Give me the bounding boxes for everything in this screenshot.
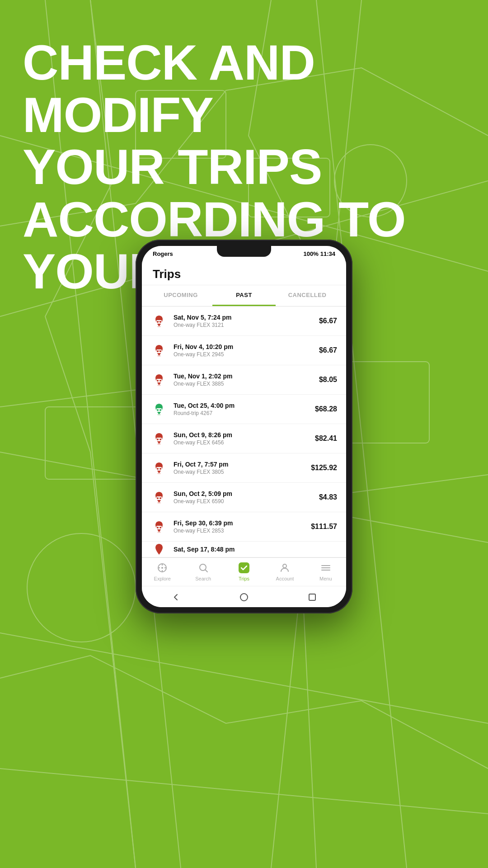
trip-details-2: Tue, Nov 1, 2:02 pm One-way FLEX 3885 bbox=[174, 373, 313, 387]
svg-rect-24 bbox=[157, 350, 161, 351]
trip-type-5: One-way FLEX 3805 bbox=[174, 469, 305, 475]
nav-explore-label: Explore bbox=[154, 576, 171, 581]
trip-date-5: Fri, Oct 7, 7:57 pm bbox=[174, 461, 305, 468]
trip-details-5: Fri, Oct 7, 7:57 pm One-way FLEX 3805 bbox=[174, 461, 305, 475]
svg-rect-57 bbox=[239, 562, 249, 573]
svg-point-28 bbox=[160, 380, 161, 382]
tab-past[interactable]: PAST bbox=[212, 285, 276, 306]
trip-icon-6 bbox=[151, 489, 167, 505]
trip-details-4: Sun, Oct 9, 8:26 pm One-way FLEX 6456 bbox=[174, 431, 309, 446]
trip-date-3: Tue, Oct 25, 4:00 pm bbox=[174, 402, 309, 409]
notch bbox=[217, 246, 271, 257]
svg-line-14 bbox=[0, 769, 488, 814]
table-row[interactable]: Fri, Sep 30, 6:39 pm One-way FLEX 2853 $… bbox=[142, 512, 346, 542]
trip-type-2: One-way FLEX 3885 bbox=[174, 381, 313, 387]
svg-point-50 bbox=[161, 567, 163, 569]
trip-details-0: Sat, Nov 5, 7:24 pm One-way FLEX 3121 bbox=[174, 314, 313, 328]
status-right: 100% 11:34 bbox=[304, 250, 336, 257]
page-title: Trips bbox=[153, 267, 335, 281]
nav-trips[interactable]: Trips bbox=[224, 561, 264, 581]
nav-search[interactable]: Search bbox=[183, 561, 223, 581]
trip-icon-5 bbox=[151, 460, 167, 476]
explore-icon bbox=[156, 561, 169, 574]
svg-point-48 bbox=[160, 527, 161, 528]
trip-type-7: One-way FLEX 2853 bbox=[174, 528, 305, 534]
back-button[interactable] bbox=[170, 592, 181, 603]
nav-account-label: Account bbox=[276, 576, 294, 581]
trip-date-2: Tue, Nov 1, 2:02 pm bbox=[174, 373, 313, 380]
trip-icon-8 bbox=[151, 542, 167, 557]
svg-line-56 bbox=[205, 570, 207, 572]
trip-details-1: Fri, Nov 4, 10:20 pm One-way FLEX 2945 bbox=[174, 343, 313, 358]
trip-price-4: $82.41 bbox=[315, 434, 337, 443]
svg-rect-63 bbox=[309, 594, 315, 600]
bottom-nav: Explore Search bbox=[142, 557, 346, 586]
trip-icon-0 bbox=[151, 313, 167, 329]
trip-details-8: Sat, Sep 17, 8:48 pm bbox=[174, 546, 337, 553]
table-row[interactable]: Sun, Oct 9, 8:26 pm One-way FLEX 6456 $8… bbox=[142, 424, 346, 453]
svg-point-39 bbox=[157, 468, 159, 470]
trip-date-1: Fri, Nov 4, 10:20 pm bbox=[174, 343, 313, 350]
svg-point-32 bbox=[160, 409, 161, 411]
trip-date-6: Sun, Oct 2, 5:09 pm bbox=[174, 490, 313, 497]
svg-point-62 bbox=[240, 594, 248, 601]
search-icon bbox=[197, 561, 210, 574]
trip-price-2: $8.05 bbox=[319, 376, 337, 384]
trip-icon-4 bbox=[151, 430, 167, 447]
trip-price-3: $68.28 bbox=[315, 405, 337, 413]
svg-point-43 bbox=[157, 497, 159, 499]
phone-mockup: Rogers 100% 11:34 Trips UPCOMING PAST CA… bbox=[136, 240, 352, 613]
nav-menu[interactable]: Menu bbox=[305, 561, 346, 581]
table-row[interactable]: Sun, Oct 2, 5:09 pm One-way FLEX 6590 $4… bbox=[142, 483, 346, 512]
svg-point-13 bbox=[27, 533, 136, 642]
svg-point-35 bbox=[157, 439, 159, 440]
tab-bar[interactable]: UPCOMING PAST CANCELLED bbox=[142, 285, 346, 307]
app-screen: Trips UPCOMING PAST CANCELLED bbox=[142, 260, 346, 607]
svg-point-36 bbox=[160, 439, 161, 440]
table-row[interactable]: Tue, Nov 1, 2:02 pm One-way FLEX 3885 $8… bbox=[142, 365, 346, 395]
table-row[interactable]: Sat, Sep 17, 8:48 pm bbox=[142, 542, 346, 557]
tab-upcoming[interactable]: UPCOMING bbox=[149, 285, 212, 306]
svg-point-47 bbox=[157, 527, 159, 528]
svg-point-31 bbox=[157, 409, 159, 411]
trip-type-4: One-way FLEX 6456 bbox=[174, 439, 309, 446]
trip-type-6: One-way FLEX 6590 bbox=[174, 498, 313, 505]
trip-date-8: Sat, Sep 17, 8:48 pm bbox=[174, 546, 337, 553]
battery-label: 100% bbox=[304, 250, 319, 257]
tab-cancelled[interactable]: CANCELLED bbox=[276, 285, 339, 306]
menu-icon bbox=[319, 561, 332, 574]
table-row[interactable]: Tue, Oct 25, 4:00 pm Round-trip 4267 $68… bbox=[142, 395, 346, 424]
account-icon bbox=[278, 561, 291, 574]
svg-point-44 bbox=[160, 497, 161, 499]
svg-line-5 bbox=[0, 633, 488, 723]
nav-explore[interactable]: Explore bbox=[142, 561, 183, 581]
android-nav-bar bbox=[142, 586, 346, 607]
table-row[interactable]: Sat, Nov 5, 7:24 pm One-way FLEX 3121 $6… bbox=[142, 307, 346, 336]
nav-trips-label: Trips bbox=[239, 576, 249, 581]
trip-price-6: $4.83 bbox=[319, 493, 337, 501]
trip-price-7: $111.57 bbox=[311, 523, 337, 531]
svg-point-40 bbox=[160, 468, 161, 470]
nav-menu-label: Menu bbox=[319, 576, 332, 581]
table-row[interactable]: Fri, Oct 7, 7:57 pm One-way FLEX 3805 $1… bbox=[142, 453, 346, 483]
trip-type-1: One-way FLEX 2945 bbox=[174, 351, 313, 358]
trip-type-0: One-way FLEX 3121 bbox=[174, 322, 313, 328]
trip-list: Sat, Nov 5, 7:24 pm One-way FLEX 3121 $6… bbox=[142, 307, 346, 557]
trip-icon-2 bbox=[151, 372, 167, 388]
trip-icon-1 bbox=[151, 342, 167, 359]
svg-point-27 bbox=[157, 380, 159, 382]
table-row[interactable]: Fri, Nov 4, 10:20 pm One-way FLEX 2945 $… bbox=[142, 336, 346, 365]
home-button[interactable] bbox=[239, 592, 249, 603]
trip-date-7: Fri, Sep 30, 6:39 pm bbox=[174, 519, 305, 527]
trip-icon-7 bbox=[151, 519, 167, 535]
recents-button[interactable] bbox=[307, 592, 318, 603]
trip-price-0: $6.67 bbox=[319, 317, 337, 325]
trip-date-0: Sat, Nov 5, 7:24 pm bbox=[174, 314, 313, 321]
trip-details-7: Fri, Sep 30, 6:39 pm One-way FLEX 2853 bbox=[174, 519, 305, 534]
svg-rect-19 bbox=[157, 321, 161, 322]
time-label: 11:34 bbox=[320, 250, 335, 257]
trip-price-1: $6.67 bbox=[319, 346, 337, 354]
nav-account[interactable]: Account bbox=[264, 561, 305, 581]
nav-search-label: Search bbox=[195, 576, 211, 581]
trip-details-3: Tue, Oct 25, 4:00 pm Round-trip 4267 bbox=[174, 402, 309, 416]
